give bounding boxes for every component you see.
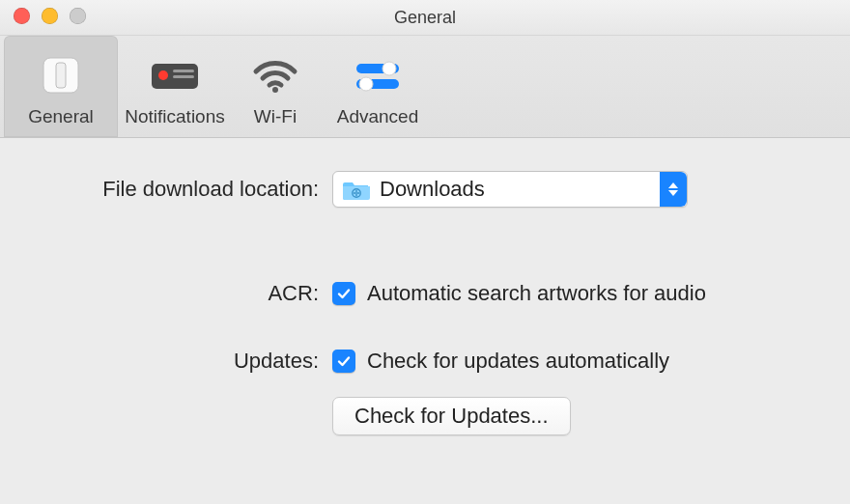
row-updates: Updates: Check for updates automatically	[29, 349, 821, 374]
updates-checkbox-label: Check for updates automatically	[367, 349, 669, 374]
wifi-icon	[252, 54, 298, 97]
row-acr: ACR: Automatic search artworks for audio	[29, 281, 821, 306]
tab-notifications[interactable]: Notifications	[118, 36, 232, 137]
row-check-updates: Check for Updates...	[29, 391, 821, 435]
tab-label: Wi-Fi	[254, 106, 297, 127]
acr-checkbox[interactable]	[332, 282, 355, 305]
tab-general[interactable]: General	[4, 36, 118, 137]
svg-rect-1	[56, 63, 66, 88]
titlebar: General	[0, 0, 850, 36]
svg-rect-5	[173, 75, 194, 78]
tab-label: Advanced	[337, 106, 419, 127]
advanced-icon	[351, 54, 405, 97]
notifications-icon	[148, 54, 202, 97]
tab-label: Notifications	[125, 106, 225, 127]
zoom-icon[interactable]	[70, 8, 86, 24]
general-icon	[40, 54, 82, 97]
svg-point-3	[158, 70, 168, 80]
tab-label: General	[28, 106, 94, 127]
folder-icon	[343, 179, 370, 200]
tab-wifi[interactable]: Wi-Fi	[232, 36, 319, 137]
close-icon[interactable]	[14, 8, 30, 24]
row-download-location: File download location: Downloads	[29, 171, 821, 208]
check-for-updates-button[interactable]: Check for Updates...	[332, 397, 571, 435]
tab-advanced[interactable]: Advanced	[319, 36, 437, 137]
download-location-value: Downloads	[380, 177, 485, 202]
acr-checkbox-label: Automatic search artworks for audio	[367, 281, 706, 306]
acr-label: ACR:	[29, 281, 332, 306]
window-title: General	[394, 8, 456, 28]
download-location-label: File download location:	[29, 177, 332, 202]
updates-checkbox[interactable]	[332, 350, 355, 373]
svg-point-8	[382, 62, 396, 75]
minimize-icon[interactable]	[42, 8, 58, 24]
download-location-popup[interactable]: Downloads	[332, 171, 688, 208]
svg-rect-4	[173, 70, 194, 72]
settings-pane: File download location: Downloads ACR:	[0, 138, 850, 472]
updates-label: Updates:	[29, 349, 332, 374]
toolbar: General Notifications Wi-Fi	[0, 36, 850, 138]
window-controls	[14, 8, 86, 24]
svg-point-6	[272, 87, 278, 93]
popup-chevrons-icon	[660, 172, 687, 207]
svg-point-10	[359, 77, 373, 91]
